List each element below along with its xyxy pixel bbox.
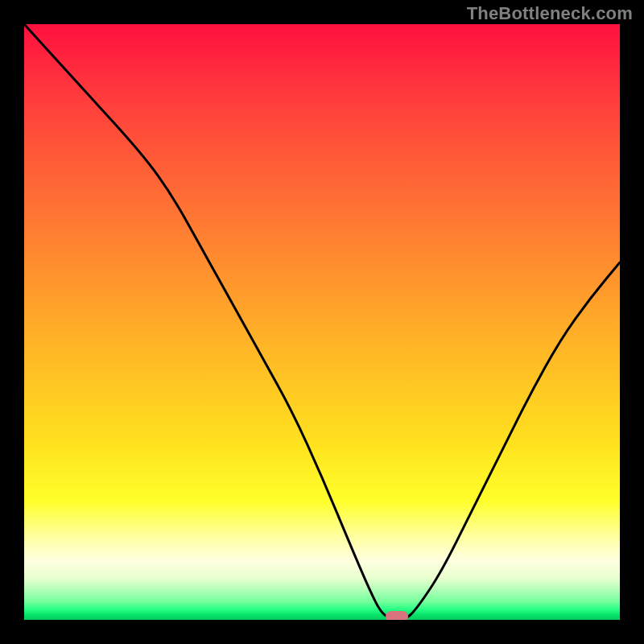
chart-frame: TheBottleneck.com xyxy=(0,0,644,644)
optimal-marker xyxy=(386,611,408,620)
plot-area xyxy=(24,24,620,620)
bottleneck-curve xyxy=(24,24,620,620)
watermark-text: TheBottleneck.com xyxy=(467,3,633,24)
